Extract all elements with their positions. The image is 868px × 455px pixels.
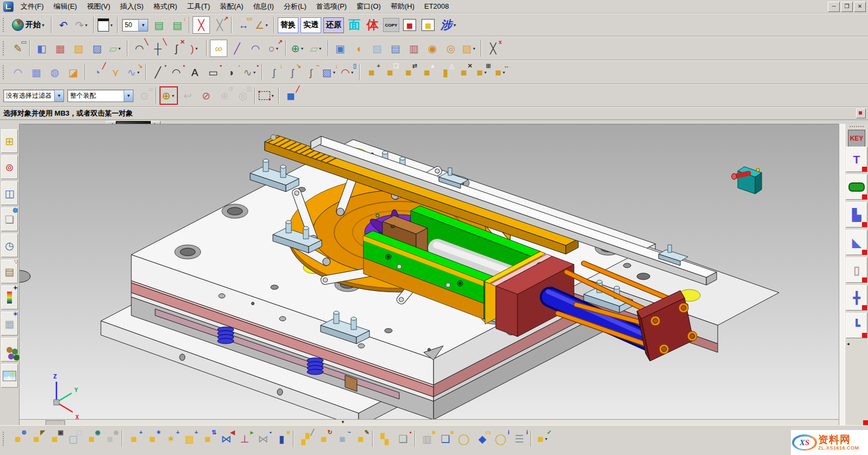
save-context-icon[interactable]: ▮■: [273, 430, 290, 447]
menu-view[interactable]: 视图(V): [82, 1, 115, 11]
palette-collapse-arrow[interactable]: ◂: [845, 341, 850, 346]
show-component-icon[interactable]: ■▣: [46, 430, 63, 447]
measure-distance-icon[interactable]: ↔▭: [235, 16, 252, 34]
layer-combobox[interactable]: 50▼: [122, 19, 148, 31]
replace-button[interactable]: 替换: [278, 17, 298, 33]
combined-projection-icon[interactable]: ʃ↘: [284, 64, 301, 81]
copy-face-button[interactable]: COPY: [383, 18, 399, 32]
interference-button[interactable]: 涉▾: [438, 18, 459, 33]
wave-geometry-linker-icon[interactable]: ▥■: [418, 430, 436, 447]
line-icon[interactable]: ╱: [228, 40, 246, 57]
wcs-orient-icon[interactable]: ╳↗: [211, 16, 228, 34]
menu-information[interactable]: 信息(I): [248, 1, 279, 11]
menu-analysis[interactable]: 分析(L): [279, 1, 311, 11]
offset-face-icon[interactable]: ▨▾: [461, 40, 478, 57]
pull-face-icon[interactable]: ■❏: [381, 64, 399, 81]
clip-section-icon[interactable]: ◼╱: [282, 87, 299, 104]
intersection-curve-icon[interactable]: ◠▯▾: [339, 64, 356, 81]
dropdown-arrow[interactable]: ▾: [194, 46, 199, 51]
curve-blend-icon[interactable]: ∫✕: [168, 40, 185, 57]
n-sided-surface-icon[interactable]: ◍: [46, 64, 63, 81]
dropdown-arrow[interactable]: ▾: [483, 70, 488, 75]
selection-scope-combobox[interactable]: 整个装配▼: [67, 90, 133, 102]
selection-filter-combobox[interactable]: 没有选择过滤器▼: [3, 90, 64, 102]
dropdown-arrow[interactable]: ▾: [544, 437, 548, 441]
palette-grip[interactable]: [850, 126, 864, 129]
dropdown-arrow[interactable]: ▾: [270, 93, 275, 98]
profile-line-icon[interactable]: ╱•: [149, 64, 167, 81]
status-corner-button[interactable]: [856, 109, 866, 118]
dropdown-arrow[interactable]: ▾: [299, 46, 304, 51]
restore-button[interactable]: ❐: [841, 2, 853, 12]
promote-body-icon[interactable]: ✶+: [162, 430, 180, 447]
studio-spline-icon[interactable]: ∿•▾: [241, 64, 259, 81]
selection-scope-combobox-arrow[interactable]: ▼: [124, 90, 133, 102]
snap-point-icon[interactable]: ⊕▾: [159, 86, 178, 105]
dropdown-arrow[interactable]: ▾: [275, 46, 279, 51]
profile-arc-icon[interactable]: ◠•: [168, 64, 185, 81]
interpart-link-icon[interactable]: ◯: [455, 430, 473, 447]
dropdown-arrow[interactable]: ▾: [252, 70, 257, 75]
sketch-icon[interactable]: ✎▭: [9, 40, 27, 57]
text-icon[interactable]: A: [186, 64, 203, 81]
key-palette-button[interactable]: KEY: [846, 131, 868, 146]
copy-face-icon[interactable]: ■⊞▾: [474, 64, 491, 81]
sheet-mesh-icon[interactable]: ▦: [52, 40, 69, 57]
translucent-button[interactable]: 实透: [301, 17, 321, 33]
viewport-horizontal-scrollbar[interactable]: ▼: [20, 419, 839, 425]
recall-point-icon[interactable]: ⊕↺: [216, 87, 233, 104]
component-preview-icon[interactable]: ■◉: [83, 430, 100, 447]
dropdown-arrow[interactable]: ▾: [136, 70, 141, 75]
rectangle-icon[interactable]: ▭•: [205, 64, 222, 81]
suppress-component-icon[interactable]: ■~: [334, 430, 351, 447]
arc-icon[interactable]: ◠: [247, 40, 264, 57]
dropdown-arrow[interactable]: ▾: [471, 46, 476, 51]
hole-icon[interactable]: ◉: [424, 40, 441, 57]
pattern-component-icon[interactable]: ▦+: [181, 430, 198, 447]
add-component-icon[interactable]: ■+: [125, 430, 143, 447]
intersection-point-icon[interactable]: ┼╲: [149, 40, 167, 57]
trim-body-icon[interactable]: ▥: [405, 40, 423, 57]
sheet-to-solid-icon[interactable]: ▨: [88, 40, 106, 57]
circle-icon[interactable]: ○↗▾: [265, 40, 283, 57]
new-component-icon[interactable]: ■✶: [144, 430, 161, 447]
part-navigator-icon[interactable]: ◫: [1, 181, 18, 205]
erase-highlight-icon[interactable]: ⊘: [197, 87, 215, 104]
viewport-scroll-thumb[interactable]: [46, 420, 65, 425]
section-curve-icon[interactable]: ▨↓▾: [321, 64, 338, 81]
menu-window[interactable]: 窗口(O): [352, 1, 386, 11]
assembly-arrangement-icon[interactable]: ■✓▾: [534, 430, 552, 447]
find-component-icon[interactable]: ■⊚: [9, 430, 27, 447]
dropdown-arrow[interactable]: ▾: [350, 70, 355, 75]
extrude-icon[interactable]: ▣: [331, 40, 349, 57]
toolbar-grip[interactable]: [3, 41, 7, 55]
reuse-part-plate-icon[interactable]: ◣: [846, 230, 867, 255]
replace-face-icon[interactable]: ■▲: [418, 64, 436, 81]
dropdown-arrow[interactable]: ▾: [264, 23, 269, 28]
visualization-icon[interactable]: ✦: [1, 286, 18, 309]
menu-assemblies[interactable]: 装配(A): [215, 1, 248, 11]
arc-trim-icon[interactable]: )▾: [186, 40, 203, 57]
rollback-icon[interactable]: ↩: [179, 87, 196, 104]
reuse-part-bracket-icon[interactable]: ▙: [846, 202, 867, 228]
close-button[interactable]: ✕: [854, 2, 866, 12]
internet-page-icon[interactable]: ❏◍: [1, 207, 18, 231]
system-materials-icon[interactable]: ▤∵: [1, 260, 18, 283]
part-window-icon[interactable]: [3, 2, 14, 12]
toolbar-grip[interactable]: [3, 65, 7, 79]
dropdown-arrow[interactable]: ▾: [84, 23, 88, 28]
resize-blend-icon[interactable]: ▮△: [437, 64, 454, 81]
block-icon[interactable]: ▧: [368, 40, 386, 57]
delete-face-icon[interactable]: ■✕: [455, 64, 473, 81]
offset-surface-icon[interactable]: ◪: [65, 64, 82, 81]
dropdown-arrow[interactable]: ▾: [501, 70, 506, 75]
delete-datum-icon[interactable]: ╳x: [484, 40, 502, 57]
roles-icon[interactable]: [1, 338, 18, 362]
split-body-icon[interactable]: ◧: [33, 40, 50, 57]
menu-help[interactable]: 帮助(H): [386, 1, 419, 11]
menu-file[interactable]: 文件(F): [16, 1, 49, 11]
layer-settings-icon[interactable]: ▤: [150, 16, 168, 34]
assembly-constraints-icon[interactable]: ⋈◀: [218, 430, 235, 447]
menu-format[interactable]: 格式(R): [149, 1, 182, 11]
red-cube-icon[interactable]: ◼: [401, 16, 418, 34]
